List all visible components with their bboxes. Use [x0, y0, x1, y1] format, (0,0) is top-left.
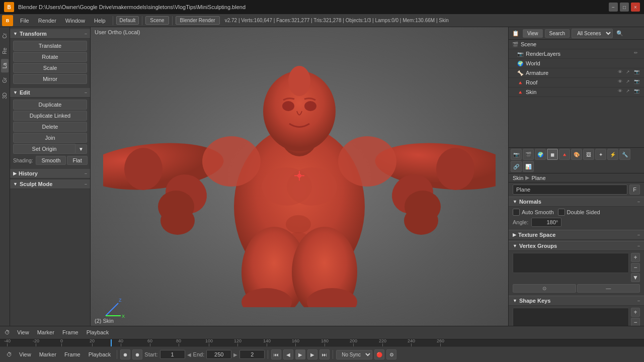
vert-tab-cr[interactable]: Cr [1, 29, 9, 43]
tl-jump-end-btn[interactable]: ⏭ [319, 349, 330, 359]
texture-space-header[interactable]: ▶ Texture Space – [509, 230, 644, 240]
props-physics-tab[interactable]: ⚡ [607, 149, 618, 160]
menu-window[interactable]: Window [61, 17, 89, 25]
vg-assign-btn[interactable]: ⊙ [513, 284, 576, 293]
join-button[interactable]: Join [13, 133, 87, 143]
scene-select[interactable]: Scene [145, 16, 169, 25]
skin-select-icon[interactable]: ↗ [626, 88, 633, 96]
tl-play-btn[interactable]: ▶ [295, 349, 305, 359]
tl-playback2-btn[interactable]: Playback [86, 350, 114, 358]
normals-header[interactable]: ▼ Normals – [509, 197, 644, 207]
menu-render[interactable]: Render [34, 17, 60, 25]
auto-smooth-checkbox[interactable] [513, 209, 520, 216]
transform-header[interactable]: ▼ Transform – [10, 29, 90, 39]
props-data-tab[interactable]: 📊 [523, 161, 534, 172]
skin-restrict-icon[interactable]: 👁 [618, 88, 625, 96]
maximize-button[interactable]: □ [620, 3, 629, 12]
set-origin-button[interactable]: Set Origin [13, 144, 75, 154]
history-header[interactable]: ▶ History – [10, 169, 90, 178]
layout-select[interactable]: Default [116, 16, 139, 25]
props-render-tab[interactable]: 📷 [511, 149, 522, 160]
props-scene-tab[interactable]: 🎬 [523, 149, 534, 160]
props-world-tab[interactable]: 🌍 [535, 149, 546, 160]
timeline-playhead[interactable] [111, 339, 112, 347]
tl-prev-frame-btn[interactable]: ◀ [283, 349, 293, 359]
edit-header[interactable]: ▼ Edit – [10, 88, 90, 98]
armature-restrict-icon[interactable]: 👁 [618, 69, 625, 76]
tl-frame2-btn[interactable]: Frame [61, 350, 84, 358]
props-mesh-tab[interactable]: 🔺 [559, 149, 570, 160]
armature-render-icon[interactable]: 📷 [634, 69, 641, 76]
outliner-world[interactable]: 🌍 World [509, 59, 644, 68]
tl-jump-start-btn[interactable]: ⏮ [271, 349, 281, 359]
close-button[interactable]: × [631, 3, 640, 12]
props-skin-crumb[interactable]: Skin [513, 175, 523, 181]
shape-keys-header[interactable]: ▼ Shape Keys – [509, 296, 644, 306]
outliner-scene-select[interactable]: All Scenes [572, 29, 613, 38]
tl-extra-btn[interactable]: ⚙ [386, 349, 396, 359]
props-modifiers-tab[interactable]: 🔧 [619, 149, 630, 160]
vert-tab-gr[interactable]: Gr [1, 73, 9, 87]
start-frame-input[interactable] [160, 350, 185, 359]
outliner-view-tab[interactable]: View [523, 29, 543, 38]
vg-add-button[interactable]: + [631, 253, 640, 262]
skin-render-icon[interactable]: 📷 [634, 88, 641, 96]
delete-button[interactable]: Delete [13, 122, 87, 132]
viewport[interactable]: User Ortho (Local) [91, 27, 508, 326]
tl-marker-btn[interactable]: Marker [34, 328, 57, 336]
rotate-button[interactable]: Rotate [13, 52, 87, 62]
renderlayers-edit-icon[interactable]: ✏ [634, 50, 641, 57]
outliner-renderlayers[interactable]: 📷 RenderLayers ✏ [509, 49, 644, 59]
scale-button[interactable]: Scale [13, 63, 87, 73]
props-plane-crumb[interactable]: Plane [531, 175, 545, 181]
outliner-scene[interactable]: 🎬 Scene [509, 40, 644, 49]
render-engine-select[interactable]: Blender Render [176, 16, 220, 25]
sync-select[interactable]: No Sync [336, 350, 372, 359]
sculpt-mode-header[interactable]: ▼ Sculpt Mode – [10, 179, 90, 189]
outliner-skin[interactable]: 🔺 Skin 👁 ↗ 📷 [509, 87, 644, 97]
roof-render-icon[interactable]: 📷 [634, 79, 641, 86]
tl-circle2-btn[interactable]: ⏺ [132, 349, 142, 359]
smooth-button[interactable]: Smooth [36, 156, 66, 165]
props-object-tab[interactable]: ◼ [547, 149, 558, 160]
translate-button[interactable]: Translate [13, 41, 87, 51]
mirror-button[interactable]: Mirror [13, 74, 87, 84]
duplicate-linked-button[interactable]: Duplicate Linked [13, 111, 87, 121]
tl-view-btn[interactable]: View [14, 328, 32, 336]
tl-audio-btn[interactable]: 🔴 [374, 349, 384, 359]
outliner-armature[interactable]: 🦴 Armature 👁 ↗ 📷 [509, 68, 644, 78]
tl-marker2-btn[interactable]: Marker [36, 350, 59, 358]
flat-button[interactable]: Flat [67, 156, 87, 165]
tl-circle-btn[interactable]: ⏺ [120, 349, 130, 359]
sk-remove-button[interactable]: − [631, 318, 640, 326]
props-particles-tab[interactable]: ✦ [595, 149, 606, 160]
props-material-tab[interactable]: 🎨 [571, 149, 582, 160]
sk-add-button[interactable]: + [631, 308, 640, 317]
menu-help[interactable]: Help [90, 17, 110, 25]
vert-tab-pr[interactable]: 3D [1, 88, 9, 103]
menu-file[interactable]: File [16, 17, 33, 25]
roof-select-icon[interactable]: ↗ [626, 79, 633, 86]
outliner-search-icon[interactable]: 🔍 [615, 28, 625, 38]
vg-remove-button[interactable]: − [631, 263, 640, 272]
props-name-f-button[interactable]: F [629, 185, 640, 195]
vertex-groups-header[interactable]: ▼ Vertex Groups – [509, 241, 644, 251]
duplicate-button[interactable]: Duplicate [13, 100, 87, 110]
vert-tab-la[interactable]: La [1, 59, 9, 72]
end-frame-input[interactable] [206, 350, 231, 359]
current-frame-input[interactable] [239, 350, 265, 359]
angle-input[interactable] [531, 218, 561, 227]
minimize-button[interactable]: − [609, 3, 618, 12]
props-name-input[interactable] [513, 185, 627, 195]
roof-restrict-icon[interactable]: 👁 [618, 79, 625, 86]
props-texture-tab[interactable]: 🖼 [583, 149, 594, 160]
set-origin-dropdown[interactable]: ▼ [75, 144, 87, 154]
outliner-search-tab[interactable]: Search [545, 29, 570, 38]
vert-tab-re[interactable]: Re [1, 44, 9, 58]
vg-special-button[interactable]: ▼ [631, 273, 640, 282]
tl-next-frame-btn[interactable]: ▶ [307, 349, 317, 359]
tl-view2-btn[interactable]: View [16, 350, 34, 358]
vg-remove-sel-btn[interactable]: — [577, 284, 640, 293]
props-constraints-tab[interactable]: 🔗 [511, 161, 522, 172]
double-sided-checkbox[interactable] [558, 209, 565, 216]
